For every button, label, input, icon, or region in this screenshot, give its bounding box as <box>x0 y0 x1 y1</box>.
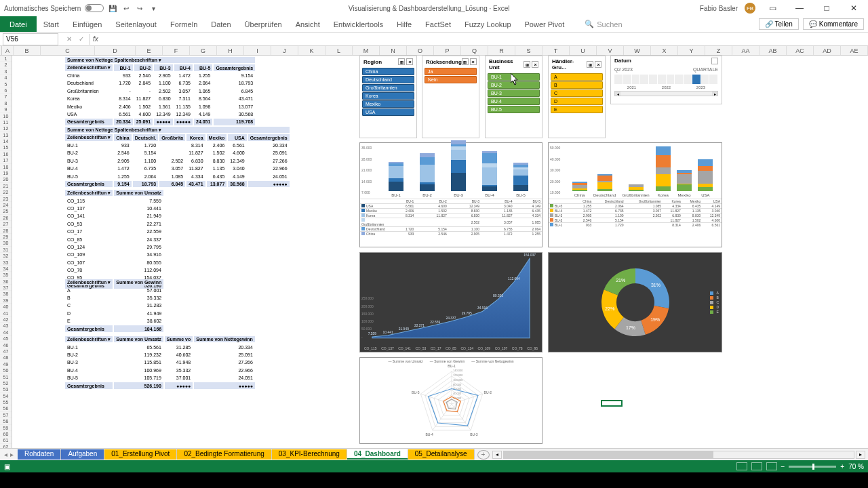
name-box[interactable] <box>3 33 58 45</box>
slicer-multiselect-icon[interactable]: ⊞ <box>587 61 593 68</box>
chart-radar-summary[interactable]: — Summe von Umsatz— Summe von Gewinn— Su… <box>359 357 542 444</box>
slicer-item[interactable]: Mexiko <box>362 100 414 108</box>
slicer-clear-icon[interactable]: ⨯ <box>470 58 477 65</box>
undo-icon[interactable]: ↩ <box>121 3 131 13</box>
ribbon-display-icon[interactable]: ▭ <box>762 1 783 15</box>
svg-text:22.271: 22.271 <box>414 323 425 327</box>
view-page-layout-icon[interactable] <box>751 462 762 470</box>
tell-me-search[interactable]: 🔍 Suchen <box>585 20 622 28</box>
slicer-clear-icon[interactable]: ⨯ <box>595 61 601 68</box>
slicer-region[interactable]: Region⊞⨯ ChinaDeutschlandGroßbritannienK… <box>359 56 417 138</box>
qat-customize-icon[interactable]: ▾ <box>149 3 158 13</box>
slicer-item[interactable]: C <box>551 89 603 97</box>
tab-nav[interactable]: ◂▸ <box>0 451 18 458</box>
slicer-rucksendung[interactable]: Rücksendung⊞⨯ JaNein <box>422 56 479 138</box>
user-avatar[interactable]: FB <box>745 3 755 14</box>
slicer-business-unit[interactable]: Business Unit⊞⨯ BU-1BU-2BU-3BU-4BU-5 <box>485 56 542 138</box>
zoom-in-icon[interactable]: + <box>840 463 844 470</box>
slicer-handler-gruppe[interactable]: Händler-Gru...⊞⨯ ABCDE <box>548 56 606 138</box>
slicer-item[interactable]: Ja <box>425 68 477 75</box>
comments-button[interactable]: 💬Kommentare <box>803 18 864 30</box>
slicer-item[interactable]: BU-5 <box>488 106 540 113</box>
slicer-item[interactable]: China <box>362 68 414 75</box>
chart-stacked-by-region[interactable]: 50.00040.00030.00020.00010.000- ChinaDeu… <box>548 142 722 247</box>
fx-icon[interactable]: fx <box>90 35 101 43</box>
slicer-item[interactable]: USA <box>362 108 414 116</box>
tab-fuzzy-lookup[interactable]: Fuzzy Lookup <box>458 16 517 32</box>
zoom-out-icon[interactable]: − <box>781 463 785 470</box>
chart-stacked-by-bu[interactable]: 35.00028.00021.00014.0007.000- BU-1BU-2B… <box>359 142 542 247</box>
close-icon[interactable]: ✕ <box>844 1 864 15</box>
user-name[interactable]: Fabio Basler <box>700 5 738 12</box>
redo-icon[interactable]: ↪ <box>135 3 144 13</box>
share-button[interactable]: 🔗Teilen <box>759 18 799 30</box>
title-bar: Automatisches Speichern 💾 ↩ ↪ ▾ Visualis… <box>0 0 868 16</box>
tab-seitenlayout[interactable]: Seitenlayout <box>108 16 163 32</box>
timeline-datum[interactable]: Datum Q2 2023QUARTALE 202120222023 ◂▸ <box>610 56 722 104</box>
row-headers[interactable]: 1234567891011121314151617181920212223242… <box>0 56 12 448</box>
chart-area-umsatz[interactable]: 7.55910.44121.94922.27122.55924.33729.79… <box>359 252 542 352</box>
tab-einfugen[interactable]: Einfügen <box>66 16 108 32</box>
pivot-region-by-bu[interactable]: Summe von Nettoge Spaltenbeschriftun ▾Ze… <box>64 56 256 127</box>
worksheet-grid[interactable]: Summe von Nettoge Spaltenbeschriftun ▾Ze… <box>12 56 868 448</box>
tab-datei[interactable]: Datei <box>0 16 37 32</box>
tab-entwicklertools[interactable]: Entwicklertools <box>327 16 390 32</box>
minimize-icon[interactable]: — <box>789 1 810 15</box>
slicer-clear-icon[interactable]: ⨯ <box>406 58 413 65</box>
tab-daten[interactable]: Daten <box>204 16 237 32</box>
zoom-slider[interactable] <box>789 466 836 468</box>
autosave-toggle[interactable] <box>85 4 104 12</box>
slicer-multiselect-icon[interactable]: ⊞ <box>398 58 405 65</box>
slicer-item[interactable]: Großbritannien <box>362 84 414 92</box>
maximize-icon[interactable]: □ <box>816 1 837 15</box>
cancel-formula-icon[interactable]: ✕ <box>64 34 75 45</box>
sheet-tab[interactable]: 05_Detailanalyse <box>408 449 475 460</box>
slicer-item[interactable]: Deutschland <box>362 76 414 83</box>
pivot-summary-by-bu[interactable]: Zeilenbeschriftun ▾Summe von UmsatzSumme… <box>64 335 256 390</box>
formula-input[interactable] <box>101 33 868 45</box>
slicer-item[interactable]: BU-2 <box>488 81 540 89</box>
tab-ansicht[interactable]: Ansicht <box>289 16 327 32</box>
tab-uberprufen[interactable]: Überprüfen <box>238 16 289 32</box>
view-normal-icon[interactable] <box>736 462 747 470</box>
slicer-item[interactable]: A <box>551 73 603 81</box>
hscroll-right[interactable]: ▸ <box>856 451 865 459</box>
tab-factset[interactable]: FactSet <box>418 16 458 32</box>
sheet-tab[interactable]: 01_Erstellung Pivot <box>104 449 177 460</box>
slicer-item[interactable]: E <box>551 106 603 113</box>
column-headers[interactable]: ABCDEFGHIJKLMNOPQRSTUVWXYZAAABACADAE <box>0 46 868 56</box>
timeline-clear-icon[interactable] <box>711 58 718 64</box>
pivot-gewinn-by-group[interactable]: Zeilenbeschriftun ▾Summe von GewinnA57.0… <box>64 278 165 333</box>
slicer-item[interactable]: BU-4 <box>488 98 540 105</box>
slicer-multiselect-icon[interactable]: ⊞ <box>462 58 469 65</box>
slicer-multiselect-icon[interactable]: ⊞ <box>524 61 530 68</box>
zoom-level[interactable]: 70 % <box>848 463 864 470</box>
sheet-tab[interactable]: Rohdaten <box>18 449 61 460</box>
formula-bar: ✕ ✓ fx <box>0 33 868 46</box>
hscroll-track[interactable] <box>503 451 854 459</box>
sheet-tab[interactable]: 02_Bedingte Formatierung <box>177 449 271 460</box>
save-icon[interactable]: 💾 <box>108 3 117 13</box>
slicer-item[interactable]: Korea <box>362 92 414 100</box>
sheet-tab[interactable]: 04_Dashboard <box>347 449 408 460</box>
sheet-tab[interactable]: Aufgaben <box>61 449 104 460</box>
slicer-item[interactable]: B <box>551 81 603 89</box>
macro-record-icon[interactable]: ▣ <box>4 463 10 470</box>
enter-formula-icon[interactable]: ✓ <box>76 34 87 45</box>
add-sheet-button[interactable]: + <box>477 450 490 460</box>
chart-donut-gewinn[interactable]: 31%19%17%22%21% ABCDE <box>548 252 722 352</box>
slicer-item[interactable]: Nein <box>425 76 477 83</box>
pivot-umsatz-by-co[interactable]: Zeilenbeschriftun ▾Summe von UmsatzCO_11… <box>64 188 165 290</box>
tab-hilfe[interactable]: Hilfe <box>390 16 418 32</box>
slicer-item[interactable]: BU-3 <box>488 89 540 97</box>
hscroll-left[interactable]: ◂ <box>492 451 502 459</box>
tab-power-pivot[interactable]: Power Pivot <box>518 16 572 32</box>
slicer-item[interactable]: BU-1 <box>488 73 540 81</box>
pivot-bu-by-region[interactable]: Summe von Nettoge Spaltenbeschriftun ▾Ze… <box>64 125 291 188</box>
tab-start[interactable]: Start <box>37 16 66 32</box>
slicer-clear-icon[interactable]: ⨯ <box>532 61 538 68</box>
slicer-item[interactable]: D <box>551 98 603 105</box>
sheet-tab[interactable]: 03_KPI-Berechnung <box>272 449 347 460</box>
view-page-break-icon[interactable] <box>766 462 777 470</box>
tab-formeln[interactable]: Formeln <box>163 16 204 32</box>
